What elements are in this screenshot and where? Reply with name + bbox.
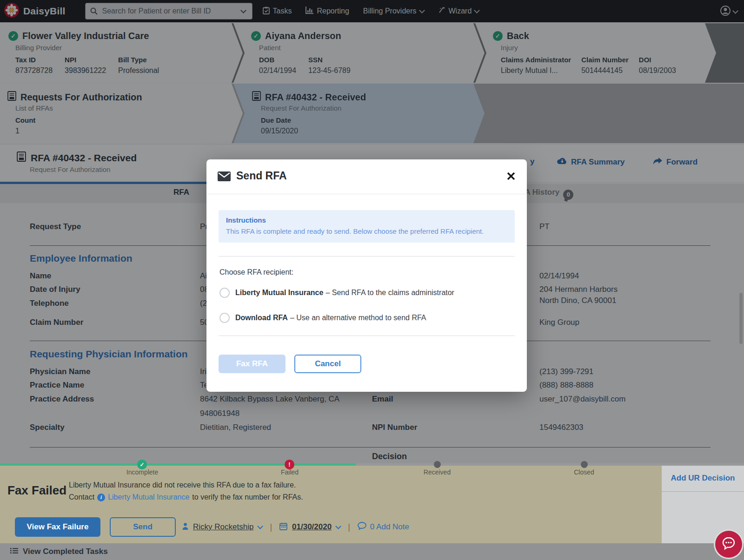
divider [219,256,515,257]
contact-prefix: Contact [69,493,94,501]
radio-button-icon[interactable] [219,313,230,323]
daisybill-app: DaisyBill Tasks Reporting [0,0,744,560]
cancel-button[interactable]: Cancel [294,355,361,373]
person-icon [182,523,188,532]
close-icon[interactable] [506,171,516,181]
option-download-rfa[interactable]: Download RFA– Use an alternative method … [219,313,426,323]
step-incomplete-check-icon: ✓ [137,460,147,469]
step-received-dot-icon [434,461,441,468]
step-label-received: Received [424,468,451,476]
send-button[interactable]: Send [110,517,176,537]
option-name: Liberty Mutual Insurance [235,289,323,296]
separator: | [270,522,272,532]
view-fax-failure-button[interactable]: View Fax Failure [15,517,100,537]
info-icon[interactable]: i [97,494,105,501]
modal-header: Send RFA [206,159,527,194]
divider [219,336,515,336]
fax-rfa-button[interactable]: Fax RFA [219,355,286,373]
due-date-selector[interactable]: 01/30/2020 [292,522,332,532]
step-closed-dot-icon [581,461,588,468]
view-completed-tasks-label: View Completed Tasks [23,547,108,556]
option-description: – Send RFA to the claims administrator [326,289,454,296]
instructions-body: This RFA is complete and ready to send. … [226,227,484,235]
fax-failed-contact-line: Contact i Liberty Mutual Insurance to ve… [69,493,303,501]
envelope-icon [218,171,231,183]
add-note-button[interactable]: 0 Add Note [358,522,409,532]
instructions-box: Instructions This RFA is complete and re… [219,210,515,243]
fax-failed-description: Liberty Mutual Insurance did not receive… [69,481,296,489]
view-completed-tasks-bar[interactable]: View Completed Tasks [0,543,744,560]
option-name: Download RFA [235,314,288,322]
option-description: – Use an alternative method to send RFA [290,314,426,322]
step-label-failed: Failed [281,468,299,476]
instructions-title: Instructions [226,216,266,224]
add-ur-decision-button[interactable]: Add UR Decision [662,474,744,483]
step-label-incomplete: Incomplete [126,468,158,476]
note-bubble-icon [358,522,366,532]
chevron-down-icon[interactable] [335,523,341,529]
chat-bubble-icon [721,536,736,553]
modal-title: Send RFA [236,170,287,182]
chat-fab-button[interactable] [715,531,742,558]
task-footer: ✓ Incomplete ! Failed Received Closed Fa… [0,463,744,560]
claims-admin-link[interactable]: Liberty Mutual Insurance [108,493,189,501]
step-label-closed: Closed [574,468,594,476]
divider [662,491,744,492]
calendar-icon [279,522,287,532]
option-claims-administrator[interactable]: Liberty Mutual Insurance– Send RFA to th… [219,288,454,298]
contact-suffix: to verify the fax number for RFAs. [192,493,303,501]
assignee-selector[interactable]: Ricky Rocketship [193,522,253,532]
chevron-down-icon[interactable] [258,523,264,529]
recipient-prompt: Choose RFA recipient: [219,268,293,277]
step-failed-alert-icon: ! [285,460,294,469]
separator: | [348,522,350,532]
task-meta: Ricky Rocketship | 01/30/2020 | 0 Add No… [182,517,409,537]
send-rfa-modal: Send RFA Instructions This RFA is comple… [206,159,527,392]
fax-failed-title: Fax Failed [7,483,66,498]
radio-button-icon[interactable] [219,288,230,298]
list-icon [10,547,18,556]
add-note-label: 0 Add Note [370,522,409,532]
